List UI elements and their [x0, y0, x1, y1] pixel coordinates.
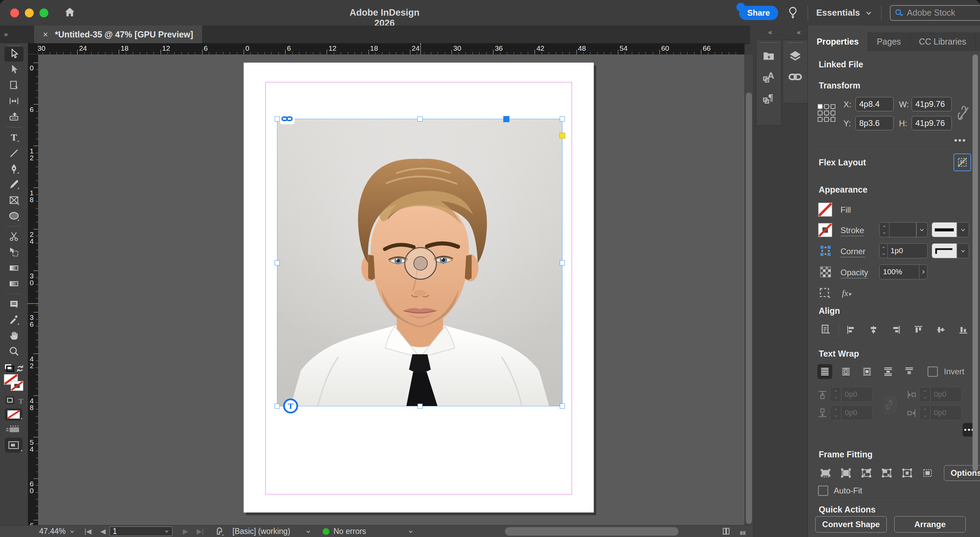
- stroke-weight-field[interactable]: [889, 223, 916, 237]
- no-text-wrap-button[interactable]: [817, 364, 832, 379]
- corner-radius-field[interactable]: [888, 244, 927, 258]
- toolbar-grip[interactable]: [7, 45, 21, 46]
- collapse-dock-icon[interactable]: »: [769, 28, 772, 36]
- align-left-button[interactable]: [843, 322, 859, 337]
- opacity-label[interactable]: Opacity: [840, 268, 868, 278]
- horizontal-scroll-thumb[interactable]: [505, 527, 679, 535]
- align-bottom-button[interactable]: [956, 322, 971, 337]
- close-tab-icon[interactable]: ×: [43, 29, 48, 40]
- offset-top-control[interactable]: ⌃⌃ 0p0: [830, 387, 872, 402]
- tab-pages[interactable]: Pages: [868, 32, 910, 51]
- dock-grip[interactable]: [761, 42, 776, 43]
- zoom-window-button[interactable]: [40, 8, 48, 18]
- auto-fit-checkbox[interactable]: [818, 486, 828, 496]
- align-to-dropdown[interactable]: [817, 322, 834, 337]
- wrap-around-bounding-box-button[interactable]: [838, 364, 853, 379]
- content-top-handle[interactable]: [503, 116, 509, 122]
- corner-label[interactable]: Corner: [840, 247, 865, 257]
- convert-shape-button[interactable]: Convert Shape: [815, 516, 887, 532]
- align-horizontal-center-button[interactable]: [866, 322, 881, 337]
- chevron-down-icon[interactable]: [305, 529, 311, 535]
- fx-effects-button[interactable]: fx▾: [842, 288, 851, 298]
- eyedropper-tool[interactable]: [5, 312, 24, 327]
- live-corner-widget[interactable]: [559, 133, 565, 139]
- adobe-stock-search[interactable]: Adobe Stock: [890, 5, 980, 21]
- free-transform-tool[interactable]: [5, 245, 24, 260]
- direct-selection-tool[interactable]: [5, 62, 24, 77]
- first-page-button[interactable]: |◀: [84, 527, 92, 535]
- opacity-control[interactable]: [879, 265, 928, 279]
- preflight-status[interactable]: No errors: [334, 527, 366, 536]
- resize-grip-icon[interactable]: ▗▖: [738, 527, 749, 535]
- h-field[interactable]: [912, 116, 952, 130]
- next-page-button[interactable]: ▶: [183, 527, 188, 535]
- constrain-proportions-icon[interactable]: [958, 106, 970, 121]
- fit-content-proportionally-button[interactable]: [838, 465, 853, 481]
- handle-middle-right[interactable]: [560, 260, 565, 265]
- page-number-field[interactable]: 1: [110, 526, 172, 536]
- w-field[interactable]: [912, 97, 952, 111]
- handle-bottom-center[interactable]: [417, 403, 423, 409]
- dock-grip[interactable]: [788, 42, 803, 43]
- handle-middle-left[interactable]: [275, 260, 280, 265]
- chevron-down-icon[interactable]: [957, 223, 969, 237]
- stroke-weight-control[interactable]: ⌃⌃: [879, 222, 928, 237]
- panel-scroll-thumb[interactable]: [972, 54, 978, 471]
- stepper-icon[interactable]: ⌃⌃: [880, 244, 888, 258]
- offset-right-control[interactable]: ⌃⌃ 0p0: [920, 405, 962, 420]
- line-tool[interactable]: [5, 146, 24, 161]
- gap-tool[interactable]: [5, 94, 24, 108]
- stepper-icon[interactable]: ⌃⌃: [880, 223, 889, 237]
- content-aware-fit-button[interactable]: [920, 465, 935, 481]
- fill-frame-proportionally-button[interactable]: [818, 465, 833, 481]
- horizontal-ruler[interactable]: 3024181260612182430364248546066: [28, 43, 745, 55]
- chevron-down-icon[interactable]: [957, 244, 969, 258]
- pen-tool[interactable]: [5, 161, 24, 176]
- collapse-dock-icon[interactable]: »: [798, 28, 801, 36]
- close-window-button[interactable]: [10, 8, 19, 18]
- workspace-switcher[interactable]: Essentials: [816, 8, 873, 18]
- tab-cc-libraries[interactable]: CC Libraries: [910, 32, 975, 51]
- offset-left-control[interactable]: ⌃⌃ 0p0: [920, 387, 962, 402]
- ellipse-tool[interactable]: [5, 208, 24, 223]
- pencil-tool[interactable]: [5, 177, 24, 192]
- corner-options-icon[interactable]: [819, 245, 832, 257]
- panel-scrollbar[interactable]: [972, 54, 978, 537]
- handle-bottom-left[interactable]: [275, 403, 280, 409]
- vertical-scroll-thumb[interactable]: [746, 92, 752, 524]
- layers-panel-icon[interactable]: [787, 48, 803, 64]
- pages-view-icon[interactable]: [721, 527, 731, 537]
- arrange-button[interactable]: Arrange: [894, 516, 966, 532]
- gradient-swatch-tool[interactable]: [5, 260, 24, 275]
- stroke-swatch-none[interactable]: [818, 223, 832, 237]
- cc-libraries-panel-icon[interactable]: [760, 48, 777, 64]
- opacity-field[interactable]: [880, 265, 919, 279]
- hand-tool[interactable]: [5, 328, 24, 343]
- gradient-feather-tool[interactable]: [5, 276, 24, 291]
- ruler-origin-box[interactable]: [28, 43, 38, 54]
- jump-to-next-column-button[interactable]: [902, 364, 917, 379]
- fill-swatch-none[interactable]: [818, 202, 832, 217]
- link-offsets-button[interactable]: [883, 396, 897, 414]
- zoom-level-control[interactable]: 47.44%: [39, 526, 75, 537]
- preflight-profile[interactable]: [Basic] (working): [232, 527, 290, 536]
- type-tool[interactable]: T: [5, 130, 24, 145]
- content-grabber[interactable]: [404, 247, 437, 280]
- align-vertical-center-button[interactable]: [933, 322, 948, 337]
- tab-properties[interactable]: Properties: [808, 32, 868, 51]
- content-collector-tool[interactable]: [5, 109, 24, 124]
- linked-file-badge[interactable]: [280, 113, 295, 124]
- handle-top-left[interactable]: [275, 116, 280, 121]
- lightbulb-icon[interactable]: [786, 6, 799, 20]
- home-icon[interactable]: [64, 6, 76, 20]
- paragraph-styles-panel-icon[interactable]: ¶: [760, 90, 777, 106]
- jump-object-button[interactable]: [881, 364, 896, 379]
- character-styles-panel-icon[interactable]: A: [760, 69, 777, 85]
- center-content-button[interactable]: [900, 465, 915, 481]
- document-tab[interactable]: × *Untitled-35 @ 47% [GPU Preview]: [34, 25, 202, 43]
- canvas-vertical-scrollbar[interactable]: [745, 54, 753, 525]
- handle-bottom-right[interactable]: [560, 403, 565, 409]
- page-tool[interactable]: [5, 78, 24, 93]
- links-panel-icon[interactable]: [787, 69, 803, 85]
- chevron-right-icon[interactable]: [920, 265, 927, 279]
